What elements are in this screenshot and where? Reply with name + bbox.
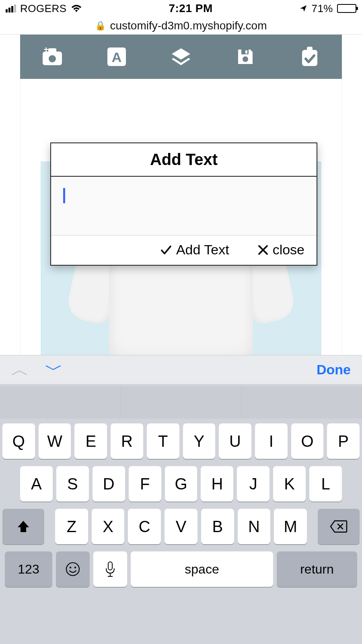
keyboard-done-button[interactable]: Done <box>317 362 351 378</box>
cell-signal-icon <box>6 4 16 12</box>
done-button[interactable] <box>297 44 322 69</box>
key-p[interactable]: P <box>327 423 360 459</box>
key-d[interactable]: D <box>93 466 125 502</box>
key-t[interactable]: T <box>147 423 179 459</box>
status-bar: ROGERS 7:21 PM 71% <box>0 0 362 17</box>
key-e[interactable]: E <box>74 423 107 459</box>
svg-rect-1 <box>48 48 56 53</box>
carrier-label: ROGERS <box>20 2 67 15</box>
svg-rect-7 <box>245 50 247 54</box>
design-canvas[interactable]: Add Text Add Text close <box>20 79 342 361</box>
svg-rect-14 <box>108 562 112 570</box>
predict-slot-3[interactable] <box>242 386 362 419</box>
return-key[interactable]: return <box>277 551 357 587</box>
key-n[interactable]: N <box>238 509 271 544</box>
check-icon <box>160 244 172 256</box>
key-h[interactable]: H <box>201 466 233 502</box>
key-i[interactable]: I <box>255 423 288 459</box>
shift-icon <box>16 519 31 534</box>
key-v[interactable]: V <box>165 509 197 544</box>
numbers-key[interactable]: 123 <box>5 551 52 587</box>
space-key[interactable]: space <box>131 551 273 587</box>
backspace-icon <box>330 520 348 533</box>
key-q[interactable]: Q <box>2 423 35 459</box>
dictation-key[interactable] <box>93 551 127 587</box>
key-s[interactable]: S <box>56 466 89 502</box>
wifi-icon <box>71 4 82 12</box>
key-w[interactable]: W <box>39 423 71 459</box>
next-field-button[interactable]: ﹀ <box>45 358 63 382</box>
confirm-add-text-button[interactable]: Add Text <box>160 242 229 258</box>
url-text: customify-d3m0.myshopify.com <box>110 19 267 32</box>
svg-point-8 <box>243 56 248 62</box>
prev-field-button: ︿ <box>11 358 29 382</box>
svg-point-11 <box>66 563 79 576</box>
save-button[interactable] <box>233 44 258 69</box>
key-u[interactable]: U <box>219 423 251 459</box>
ios-keyboard: QWERTYUIOP ASDFGHJKL ZXCVBNM 123 space r… <box>0 384 362 644</box>
svg-point-2 <box>49 55 56 62</box>
close-label: close <box>273 242 304 258</box>
mic-icon <box>105 561 115 577</box>
predict-slot-2[interactable] <box>121 386 241 419</box>
add-image-button[interactable]: + <box>40 44 65 69</box>
key-a[interactable]: A <box>20 466 53 502</box>
predict-slot-1[interactable] <box>0 386 121 419</box>
keyboard-accessory-bar: ︿ ﹀ Done <box>0 355 362 384</box>
delete-key[interactable] <box>318 509 360 544</box>
close-icon <box>257 244 269 256</box>
svg-text:+: + <box>44 47 49 54</box>
close-modal-button[interactable]: close <box>257 242 304 258</box>
emoji-key[interactable] <box>56 551 90 587</box>
lock-icon: 🔒 <box>95 21 106 31</box>
svg-point-13 <box>74 567 76 568</box>
layers-button[interactable] <box>169 44 193 69</box>
key-c[interactable]: C <box>128 509 161 544</box>
svg-text:A: A <box>112 50 122 65</box>
predictive-bar <box>0 386 362 419</box>
add-text-modal: Add Text Add Text close <box>50 142 317 266</box>
svg-rect-6 <box>241 50 249 54</box>
location-icon <box>299 4 307 12</box>
key-k[interactable]: K <box>273 466 306 502</box>
key-g[interactable]: G <box>165 466 197 502</box>
modal-title: Add Text <box>51 143 317 177</box>
add-text-button[interactable]: A <box>104 44 129 69</box>
shift-key[interactable] <box>2 509 44 544</box>
key-f[interactable]: F <box>129 466 161 502</box>
browser-url-bar[interactable]: 🔒 customify-d3m0.myshopify.com <box>0 17 362 35</box>
key-y[interactable]: Y <box>183 423 216 459</box>
emoji-icon <box>65 561 80 577</box>
key-r[interactable]: R <box>111 423 143 459</box>
modal-input-area[interactable] <box>51 177 317 235</box>
confirm-label: Add Text <box>176 242 229 258</box>
key-b[interactable]: B <box>201 509 234 544</box>
clock: 7:21 PM <box>169 2 212 15</box>
key-o[interactable]: O <box>291 423 324 459</box>
battery-icon <box>337 4 356 13</box>
key-z[interactable]: Z <box>55 509 88 544</box>
app-toolbar: + A <box>20 35 342 79</box>
key-m[interactable]: M <box>274 509 307 544</box>
key-j[interactable]: J <box>237 466 269 502</box>
key-x[interactable]: X <box>92 509 125 544</box>
svg-rect-10 <box>307 47 313 52</box>
svg-point-12 <box>70 567 71 568</box>
key-l[interactable]: L <box>309 466 342 502</box>
battery-pct: 71% <box>311 2 333 15</box>
